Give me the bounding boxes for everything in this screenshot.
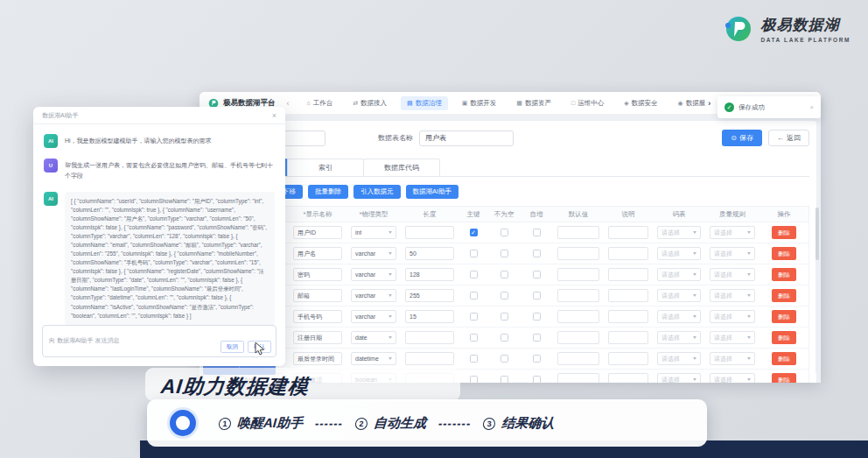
type-select[interactable]: varchar: [351, 310, 396, 323]
autoinc-checkbox[interactable]: [533, 334, 541, 342]
desc-input[interactable]: [608, 268, 648, 281]
batch-delete-button[interactable]: 批量删除: [308, 185, 348, 199]
default-input[interactable]: [557, 226, 599, 239]
default-input[interactable]: [557, 331, 599, 344]
length-input[interactable]: [405, 352, 454, 365]
pk-checkbox[interactable]: [470, 229, 478, 236]
codetable-select[interactable]: 请选择: [657, 331, 701, 344]
default-input[interactable]: [557, 352, 599, 365]
default-input[interactable]: [557, 310, 599, 323]
nav-item-data-governance[interactable]: ▤ 数据治理: [401, 96, 448, 110]
pk-checkbox[interactable]: [470, 334, 478, 342]
type-select[interactable]: varchar: [351, 289, 396, 302]
autoinc-checkbox[interactable]: [533, 229, 541, 236]
nav-item-workbench[interactable]: ⌂ 工作台: [301, 96, 340, 110]
pk-checkbox[interactable]: [470, 313, 478, 321]
length-input[interactable]: [405, 331, 454, 344]
codetable-select[interactable]: 请选择: [657, 310, 701, 323]
codetable-select[interactable]: 请选择: [657, 247, 701, 260]
notnull-checkbox[interactable]: [500, 292, 508, 299]
autoinc-checkbox[interactable]: [533, 313, 541, 321]
vertical-scrollbar[interactable]: [816, 208, 819, 374]
codetable-select[interactable]: 请选择: [657, 226, 701, 239]
ai-panel-close-icon[interactable]: ×: [272, 111, 276, 120]
delete-row-button[interactable]: 删除: [772, 289, 796, 302]
delete-row-button[interactable]: 删除: [772, 331, 796, 344]
tab-index[interactable]: 索引: [287, 159, 364, 176]
quality-rule-select[interactable]: 请选择: [710, 331, 755, 344]
display-name-input[interactable]: [293, 247, 342, 260]
type-select[interactable]: varchar: [351, 247, 396, 260]
notnull-checkbox[interactable]: [500, 229, 508, 236]
quality-rule-select[interactable]: 请选择: [710, 373, 755, 383]
back-button[interactable]: ← 返回: [768, 130, 809, 146]
delete-row-button[interactable]: 删除: [772, 352, 796, 365]
notnull-checkbox[interactable]: [500, 250, 508, 257]
type-select[interactable]: date: [351, 331, 396, 344]
length-input[interactable]: [405, 268, 454, 281]
codetable-select[interactable]: 请选择: [657, 373, 701, 383]
nav-item-data-develop[interactable]: ▣ 数据开发: [456, 96, 503, 110]
codetable-select[interactable]: 请选择: [657, 268, 701, 281]
length-input[interactable]: [405, 247, 454, 260]
type-select[interactable]: int: [351, 226, 396, 239]
autoinc-checkbox[interactable]: [533, 292, 541, 299]
default-input[interactable]: [557, 289, 599, 302]
pk-checkbox[interactable]: [470, 355, 478, 363]
nav-more-icon[interactable]: ›: [708, 99, 710, 108]
notnull-checkbox[interactable]: [500, 376, 508, 383]
display-name-input[interactable]: [293, 310, 342, 323]
pk-checkbox[interactable]: [470, 271, 478, 278]
nav-collapse-icon[interactable]: ‹: [284, 99, 293, 108]
autoinc-checkbox[interactable]: [533, 250, 541, 257]
toast-close-icon[interactable]: ×: [809, 103, 814, 111]
delete-row-button[interactable]: 删除: [772, 226, 796, 239]
ai-message-input[interactable]: 向 数据湖AI助手 发送消息 取消 确认: [42, 325, 276, 357]
delete-row-button[interactable]: 删除: [772, 310, 796, 323]
display-name-input[interactable]: [293, 268, 342, 281]
type-select[interactable]: datetime: [351, 352, 396, 365]
quality-rule-select[interactable]: 请选择: [710, 352, 755, 365]
quality-rule-select[interactable]: 请选择: [710, 289, 755, 302]
cancel-button[interactable]: 取消: [220, 341, 244, 353]
display-name-input[interactable]: [293, 289, 342, 302]
codetable-select[interactable]: 请选择: [657, 352, 701, 365]
desc-input[interactable]: [608, 310, 648, 323]
quality-rule-select[interactable]: 请选择: [710, 310, 755, 323]
notnull-checkbox[interactable]: [500, 334, 508, 342]
display-name-input[interactable]: [293, 331, 342, 344]
desc-input[interactable]: [608, 289, 648, 302]
delete-row-button[interactable]: 删除: [772, 373, 796, 383]
length-input[interactable]: [405, 289, 454, 302]
delete-row-button[interactable]: 删除: [772, 268, 796, 281]
type-select[interactable]: varchar: [351, 268, 396, 281]
notnull-checkbox[interactable]: [500, 271, 508, 278]
desc-input[interactable]: [608, 331, 648, 344]
notnull-checkbox[interactable]: [500, 313, 508, 321]
autoinc-checkbox[interactable]: [533, 355, 541, 363]
pk-checkbox[interactable]: [470, 292, 478, 299]
length-input[interactable]: [405, 310, 454, 323]
delete-row-button[interactable]: 删除: [772, 247, 796, 260]
import-data-element-button[interactable]: 引入数据元: [354, 185, 401, 199]
default-input[interactable]: [557, 373, 599, 383]
quality-rule-select[interactable]: 请选择: [710, 268, 755, 281]
default-input[interactable]: [557, 268, 599, 281]
display-name-input[interactable]: [293, 352, 342, 365]
nav-item-data-service[interactable]: ◉ 数据服 ›: [672, 96, 718, 110]
quality-rule-select[interactable]: 请选择: [710, 247, 755, 260]
default-input[interactable]: [557, 247, 599, 260]
length-input[interactable]: [405, 226, 454, 239]
desc-input[interactable]: [608, 352, 648, 365]
save-button[interactable]: ⊙ 保存: [722, 130, 762, 146]
table-name-input[interactable]: [419, 130, 514, 146]
quality-rule-select[interactable]: 请选择: [710, 226, 755, 239]
codetable-select[interactable]: 请选择: [657, 289, 701, 302]
pk-checkbox[interactable]: [470, 376, 478, 383]
desc-input[interactable]: [608, 247, 648, 260]
desc-input[interactable]: [608, 226, 648, 239]
ai-assistant-button[interactable]: 数据湖AI助手: [406, 185, 459, 199]
nav-item-data-asset[interactable]: ▦ 数据资产: [510, 96, 557, 110]
nav-item-data-ingest[interactable]: ⇄ 数据接入: [346, 96, 393, 110]
nav-item-ops-center[interactable]: □ 运维中心: [565, 96, 610, 110]
